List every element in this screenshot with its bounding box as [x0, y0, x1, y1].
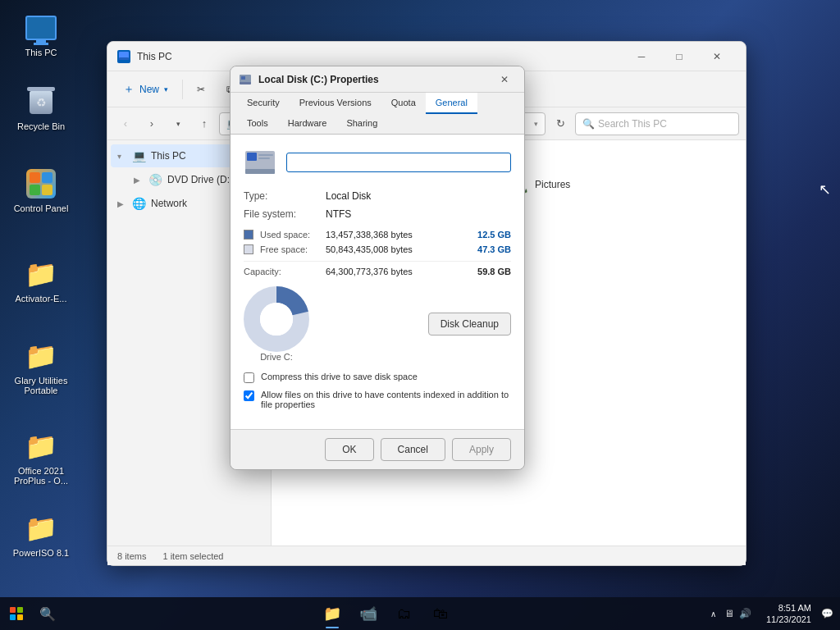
cancel-button[interactable]: Cancel	[381, 438, 445, 461]
compress-checkbox[interactable]	[244, 372, 254, 383]
type-row: Type: Local Disk	[244, 190, 511, 202]
folder-icon-activator: 📁	[25, 258, 57, 290]
taskbar-system-tray: ∧ 🖥 🔊 8:51 AM 11/23/2021 💬	[710, 602, 840, 626]
svg-rect-3	[241, 76, 245, 80]
free-space-bytes: 50,843,435,008 bytes	[326, 244, 466, 254]
desktop-icon-activator[interactable]: 📁 Activator-E...	[8, 254, 74, 307]
capacity-label: Capacity:	[244, 267, 326, 276]
used-color-box	[244, 230, 253, 240]
up-button[interactable]: ↑	[193, 112, 216, 135]
used-space-bytes: 13,457,338,368 bytes	[326, 230, 466, 240]
taskbar-zoom-button[interactable]: 📹	[352, 597, 385, 630]
windows-logo-icon	[10, 607, 23, 620]
dialog-footer: OK Cancel Apply	[231, 429, 524, 469]
ok-button[interactable]: OK	[325, 438, 373, 461]
desktop-icon-label-control: Control Panel	[14, 203, 69, 213]
folder-label-pictures: Pictures	[535, 179, 570, 190]
desktop-icon-thispc[interactable]: This PC	[8, 8, 74, 61]
back-button[interactable]: ‹	[114, 112, 137, 135]
new-chevron-icon: ▾	[164, 85, 168, 94]
pie-section: Drive C: Disk Cleanup	[244, 286, 511, 362]
tab-security[interactable]: Security	[237, 93, 290, 114]
svg-rect-4	[240, 82, 251, 84]
desktop-icon-label-poweriso: PowerISO 8.1	[13, 548, 69, 558]
svg-point-12	[260, 303, 293, 336]
desktop-icon-control[interactable]: Control Panel	[8, 164, 74, 217]
type-value: Local Disk	[326, 190, 371, 202]
used-space-row: Used space: 13,457,338,368 bytes 12.5 GB	[244, 230, 511, 240]
control-panel-icon	[25, 167, 57, 200]
start-button[interactable]	[0, 597, 33, 630]
tab-sharing[interactable]: Sharing	[336, 113, 387, 135]
type-label: Type:	[244, 190, 326, 202]
tab-previous-versions[interactable]: Previous Versions	[290, 93, 381, 114]
tab-quota-label: Quota	[391, 98, 416, 107]
disk-icon-section	[244, 148, 511, 177]
folder-icon-poweriso: 📁	[25, 512, 57, 545]
taskbar-search-button[interactable]: 🔍	[33, 599, 62, 628]
network-tray-icon: 🖥	[724, 608, 734, 619]
desktop-icon-poweriso[interactable]: 📁 PowerISO 8.1	[8, 509, 74, 561]
refresh-button[interactable]: ↻	[549, 112, 572, 135]
desktop-icon-recycle[interactable]: ♻ Recycle Bin	[8, 82, 74, 135]
space-section: Used space: 13,457,338,368 bytes 12.5 GB…	[244, 230, 511, 276]
explorer-title: This PC	[137, 51, 616, 62]
files-taskbar-icon: 🗂	[397, 605, 412, 623]
maximize-button[interactable]: □	[660, 43, 698, 70]
svg-rect-9	[258, 158, 270, 159]
taskbar-apps: 📁 📹 🗂 🛍	[62, 597, 710, 630]
tab-general[interactable]: General	[426, 93, 477, 114]
notification-icon[interactable]: 💬	[821, 608, 833, 619]
desktop-icon-glary[interactable]: 📁 Glary Utilities Portable	[8, 336, 74, 399]
used-space-gb: 12.5 GB	[466, 230, 511, 240]
forward-button[interactable]: ›	[140, 112, 163, 135]
capacity-gb: 59.8 GB	[466, 267, 511, 276]
free-space-gb: 47.3 GB	[466, 244, 511, 254]
disk-cleanup-button[interactable]: Disk Cleanup	[428, 313, 511, 336]
index-checkbox[interactable]	[244, 390, 254, 401]
tab-sharing-label: Sharing	[346, 118, 377, 128]
expand-network-icon: ▶	[117, 199, 127, 208]
minimize-button[interactable]: ─	[623, 43, 660, 70]
taskbar-clock[interactable]: 8:51 AM 11/23/2021	[760, 602, 818, 626]
desktop-icon-office[interactable]: 📁 Office 2021 ProPlus - O...	[8, 427, 74, 489]
taskbar-store-button[interactable]: 🛍	[424, 597, 457, 630]
filesystem-label: File system:	[244, 208, 326, 220]
svg-rect-6	[247, 153, 257, 161]
sidebar-label-thispc: This PC	[151, 150, 186, 162]
drive-letter-label: Drive C:	[244, 352, 309, 362]
cut-button[interactable]: ✂	[188, 76, 214, 103]
dialog-content: Type: Local Disk File system: NTFS Used …	[231, 135, 524, 429]
apply-button[interactable]: Apply	[452, 438, 511, 461]
index-label: Allow files on this drive to have conten…	[261, 390, 511, 409]
dialog-title: Local Disk (C:) Properties	[258, 74, 486, 85]
capacity-bytes: 64,300,773,376 bytes	[326, 267, 466, 276]
tab-previous-versions-label: Previous Versions	[299, 98, 372, 107]
search-box[interactable]: 🔍 Search This PC	[575, 112, 739, 135]
new-button[interactable]: ＋ New ▾	[114, 76, 177, 103]
expand-dvd-icon: ▶	[134, 176, 144, 185]
capacity-row: Capacity: 64,300,773,376 bytes 59.8 GB	[244, 261, 511, 276]
tab-quota[interactable]: Quota	[381, 93, 426, 114]
close-button[interactable]: ✕	[698, 43, 736, 70]
disk-large-icon	[244, 148, 276, 177]
explorer-taskbar-icon: 📁	[323, 605, 341, 623]
tab-tools-label: Tools	[247, 118, 268, 128]
checkbox-section: Compress this drive to save disk space A…	[244, 372, 511, 409]
tab-hardware[interactable]: Hardware	[278, 113, 337, 135]
free-space-row: Free space: 50,843,435,008 bytes 47.3 GB	[244, 244, 511, 254]
dialog-tabs: Security Previous Versions Quota General…	[231, 93, 524, 135]
properties-dialog: Local Disk (C:) Properties ✕ Security Pr…	[230, 66, 525, 470]
clock-time: 8:51 AM	[766, 602, 811, 614]
index-row: Allow files on this drive to have conten…	[244, 390, 511, 409]
taskbar-explorer-button[interactable]: 📁	[316, 597, 349, 630]
desktop-icon-label-glary: Glary Utilities Portable	[11, 376, 71, 395]
chevron-up-icon[interactable]: ∧	[710, 609, 716, 619]
dialog-disk-icon	[239, 73, 252, 86]
taskbar-files-button[interactable]: 🗂	[388, 597, 421, 630]
history-button[interactable]: ▾	[167, 112, 189, 135]
sidebar-label-network: Network	[151, 198, 187, 209]
tab-tools[interactable]: Tools	[237, 113, 278, 135]
dialog-close-button[interactable]: ✕	[493, 70, 516, 89]
drive-label-input[interactable]	[286, 153, 511, 172]
